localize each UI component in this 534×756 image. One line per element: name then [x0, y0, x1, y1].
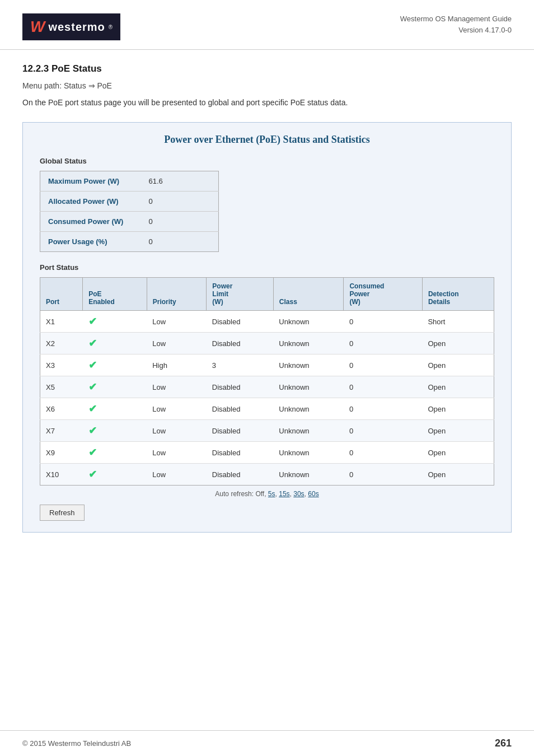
- port-power-limit-cell: Disabled: [207, 333, 273, 354]
- page-header: W westermo® Westermo OS Management Guide…: [0, 0, 534, 50]
- port-consumed-cell: 0: [344, 333, 422, 354]
- logo-reg: ®: [109, 24, 113, 30]
- global-status-row: Power Usage (%)0: [40, 232, 219, 252]
- port-priority-cell: Low: [147, 398, 207, 420]
- refresh-30s[interactable]: 30s: [293, 490, 304, 498]
- port-priority-cell: Low: [147, 442, 207, 464]
- port-table-row: X1 ✔ Low Disabled Unknown 0 Short: [40, 311, 494, 333]
- auto-refresh-label: Auto refresh: Off,: [215, 490, 266, 498]
- global-row-value: 0: [141, 192, 219, 212]
- port-table-row: X7 ✔ Low Disabled Unknown 0 Open: [40, 420, 494, 442]
- page-footer: © 2015 Westermo Teleindustri AB 261: [0, 730, 534, 756]
- refresh-button[interactable]: Refresh: [40, 505, 85, 521]
- port-cell: X7: [40, 420, 83, 442]
- port-detection-cell: Open: [422, 398, 494, 420]
- port-priority-cell: Low: [147, 333, 207, 354]
- poe-title: Power over Ethernet (PoE) Status and Sta…: [40, 134, 494, 146]
- global-row-value: 0: [141, 212, 219, 232]
- header-title-line2: Version 4.17.0-0: [400, 25, 512, 36]
- footer-page-number: 261: [495, 738, 512, 749]
- refresh-60s[interactable]: 60s: [308, 490, 318, 498]
- section-heading: 12.2.3 PoE Status: [22, 63, 512, 74]
- port-enabled-cell: ✔: [83, 311, 147, 333]
- global-status-table: Maximum Power (W)61.6Allocated Power (W)…: [40, 171, 219, 252]
- logo-text: westermo: [48, 21, 105, 34]
- port-detection-cell: Open: [422, 420, 494, 442]
- header-title: Westermo OS Management Guide Version 4.1…: [400, 13, 512, 35]
- port-enabled-cell: ✔: [83, 464, 147, 486]
- port-power-limit-cell: 3: [207, 354, 273, 376]
- port-enabled-cell: ✔: [83, 442, 147, 464]
- port-table-row: X3 ✔ High 3 Unknown 0 Open: [40, 354, 494, 376]
- port-priority-cell: Low: [147, 420, 207, 442]
- footer-copyright: © 2015 Westermo Teleindustri AB: [22, 739, 131, 748]
- port-consumed-cell: 0: [344, 376, 422, 398]
- port-table-row: X6 ✔ Low Disabled Unknown 0 Open: [40, 398, 494, 420]
- port-status-label: Port Status: [40, 263, 494, 272]
- check-icon: ✔: [88, 381, 97, 393]
- port-cell: X1: [40, 311, 83, 333]
- check-icon: ✔: [88, 469, 97, 480]
- refresh-15s[interactable]: 15s: [279, 490, 289, 498]
- port-class-cell: Unknown: [273, 398, 344, 420]
- port-power-limit-cell: Disabled: [207, 398, 273, 420]
- logo: W westermo®: [22, 13, 120, 40]
- port-column-header: PoEEnabled: [83, 278, 147, 311]
- auto-refresh: Auto refresh: Off, 5s, 15s, 30s, 60s: [40, 490, 494, 498]
- port-power-limit-cell: Disabled: [207, 442, 273, 464]
- port-enabled-cell: ✔: [83, 333, 147, 354]
- global-status-row: Consumed Power (W)0: [40, 212, 219, 232]
- port-table-row: X5 ✔ Low Disabled Unknown 0 Open: [40, 376, 494, 398]
- port-consumed-cell: 0: [344, 398, 422, 420]
- port-column-header: DetectionDetails: [422, 278, 494, 311]
- check-icon: ✔: [88, 316, 97, 327]
- port-class-cell: Unknown: [273, 442, 344, 464]
- port-cell: X5: [40, 376, 83, 398]
- port-class-cell: Unknown: [273, 420, 344, 442]
- port-cell: X10: [40, 464, 83, 486]
- check-icon: ✔: [88, 425, 97, 436]
- menu-path: Menu path: Status ⇒ PoE: [22, 81, 512, 90]
- port-consumed-cell: 0: [344, 464, 422, 486]
- port-enabled-cell: ✔: [83, 376, 147, 398]
- port-consumed-cell: 0: [344, 354, 422, 376]
- global-row-value: 61.6: [141, 171, 219, 192]
- port-enabled-cell: ✔: [83, 420, 147, 442]
- port-detection-cell: Open: [422, 464, 494, 486]
- port-class-cell: Unknown: [273, 311, 344, 333]
- port-column-header: Port: [40, 278, 83, 311]
- logo-area: W westermo®: [22, 13, 120, 40]
- logo-w-icon: W: [30, 18, 45, 36]
- port-detection-cell: Open: [422, 442, 494, 464]
- port-column-header: PowerLimit (W): [207, 278, 273, 311]
- port-power-limit-cell: Disabled: [207, 420, 273, 442]
- port-class-cell: Unknown: [273, 354, 344, 376]
- port-power-limit-cell: Disabled: [207, 464, 273, 486]
- port-table-row: X2 ✔ Low Disabled Unknown 0 Open: [40, 333, 494, 354]
- main-content: 12.2.3 PoE Status Menu path: Status ⇒ Po…: [0, 50, 534, 559]
- port-table-row: X9 ✔ Low Disabled Unknown 0 Open: [40, 442, 494, 464]
- global-row-value: 0: [141, 232, 219, 252]
- port-cell: X9: [40, 442, 83, 464]
- header-title-line1: Westermo OS Management Guide: [400, 13, 512, 25]
- port-class-cell: Unknown: [273, 333, 344, 354]
- port-enabled-cell: ✔: [83, 398, 147, 420]
- global-row-label: Maximum Power (W): [40, 171, 141, 192]
- port-enabled-cell: ✔: [83, 354, 147, 376]
- refresh-5s[interactable]: 5s: [268, 490, 275, 498]
- port-detection-cell: Short: [422, 311, 494, 333]
- port-detection-cell: Open: [422, 354, 494, 376]
- check-icon: ✔: [88, 360, 97, 371]
- port-priority-cell: Low: [147, 464, 207, 486]
- port-consumed-cell: 0: [344, 311, 422, 333]
- check-icon: ✔: [88, 338, 97, 349]
- port-class-cell: Unknown: [273, 376, 344, 398]
- port-cell: X6: [40, 398, 83, 420]
- port-priority-cell: High: [147, 354, 207, 376]
- global-row-label: Consumed Power (W): [40, 212, 141, 232]
- global-status-row: Maximum Power (W)61.6: [40, 171, 219, 192]
- port-column-header: ConsumedPower (W): [344, 278, 422, 311]
- port-power-limit-cell: Disabled: [207, 376, 273, 398]
- port-consumed-cell: 0: [344, 442, 422, 464]
- global-row-label: Power Usage (%): [40, 232, 141, 252]
